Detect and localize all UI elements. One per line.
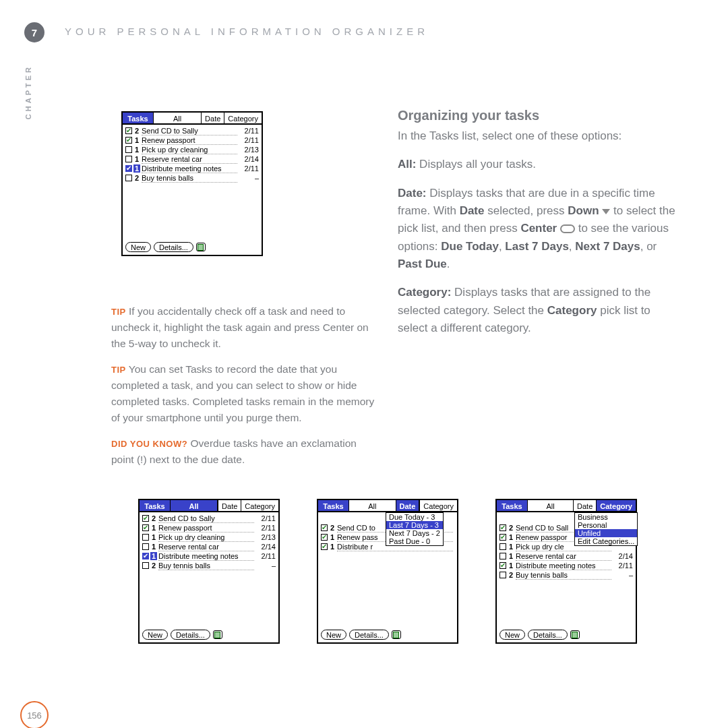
dropdown-option[interactable]: Last 7 Days - 3 [386,521,443,529]
task-checkbox[interactable] [321,524,328,531]
tab-date[interactable]: Date [202,113,224,123]
down-icon [602,209,610,214]
task-row[interactable]: 1Reserve rental car2/14 [125,154,259,164]
task-row[interactable]: 1Pick up dry cleaning2/13 [142,533,276,542]
dropdown-option[interactable]: Business [575,513,637,521]
task-checkbox[interactable] [142,553,149,559]
new-button[interactable]: New [142,630,168,640]
tab-tasks[interactable]: Tasks [497,500,528,511]
tab-date[interactable]: Date [396,500,421,511]
task-checkbox[interactable] [125,146,132,153]
tab-all[interactable]: All [349,500,396,511]
tab-tasks[interactable]: Tasks [123,113,154,123]
note-icon[interactable] [196,243,206,251]
intro-text: In the Tasks list, select one of these o… [398,127,681,145]
task-row[interactable]: 1Distribute meeting notes2/11 [499,561,633,570]
details-button[interactable]: Details... [528,630,568,640]
new-button[interactable]: New [125,242,151,252]
task-checkbox[interactable] [499,553,506,559]
task-row[interactable]: 2Buy tennis balls– [125,173,259,183]
task-checkbox[interactable] [499,572,506,578]
dropdown-option[interactable]: Edit Categories... [575,537,637,545]
tasks-screenshot-all-2: Tasks All Date Category 2Send CD to Sall… [138,499,280,644]
task-checkbox[interactable] [321,543,328,550]
details-button[interactable]: Details... [171,630,210,640]
tab-category[interactable]: Category [241,500,278,511]
task-row[interactable]: 2Send CD to Sally2/11 [125,126,259,135]
tab-category[interactable]: Category [597,500,636,511]
task-checkbox[interactable] [125,156,132,162]
task-date: 2/11 [613,562,633,570]
task-date: – [613,571,633,579]
task-row[interactable]: 1Reserve rental car2/14 [499,551,633,561]
task-checkbox[interactable] [499,543,506,550]
dropdown-option[interactable]: Unfiled [575,529,637,537]
task-date: 2/13 [239,146,259,154]
task-date: 2/11 [255,552,276,560]
task-checkbox[interactable] [142,562,149,569]
task-priority: 2 [508,524,514,532]
task-row[interactable]: 1Distribute meeting notes2/11 [142,551,276,561]
new-button[interactable]: New [499,630,525,640]
details-button[interactable]: Details... [349,630,389,640]
task-priority: 1 [150,552,157,560]
task-checkbox[interactable] [142,534,149,541]
tab-tasks[interactable]: Tasks [140,500,171,511]
tab-date[interactable]: Date [574,500,597,511]
task-row[interactable]: 1Distribute meeting notes2/11 [125,164,259,173]
task-row[interactable]: 1Renew passport2/11 [142,523,276,533]
task-checkbox[interactable] [125,137,132,144]
task-row[interactable]: 2Send CD to Sally2/11 [142,514,276,523]
tab-all[interactable]: All [528,500,574,511]
task-priority: 1 [329,543,336,551]
task-row[interactable]: 2Buy tennis balls– [499,570,633,580]
task-text: Reserve rental car [516,552,611,561]
task-checkbox[interactable] [499,562,506,569]
category-filter-dropdown[interactable]: BusinessPersonalUnfiledEdit Categories..… [574,512,638,546]
tab-date[interactable]: Date [218,500,241,511]
task-checkbox[interactable] [125,175,132,181]
task-checkbox[interactable] [125,165,132,172]
task-priority: 1 [508,562,514,570]
new-button[interactable]: New [321,630,346,640]
dropdown-option[interactable]: Due Today - 3 [386,513,443,521]
task-priority: 2 [329,524,336,532]
task-checkbox[interactable] [142,543,149,550]
dropdown-option[interactable]: Personal [575,521,637,529]
page-number: 156 [20,701,49,728]
task-checkbox[interactable] [142,524,149,531]
task-text: Buy tennis balls [158,562,254,570]
tip-2: TIP You can set Tasks to record the date… [111,361,381,426]
tab-category[interactable]: Category [420,500,457,511]
details-button[interactable]: Details... [154,242,193,252]
tip-1: TIP If you accidentally check off a task… [111,303,381,352]
task-row[interactable]: 1Reserve rental car2/14 [142,542,276,551]
tab-all[interactable]: All [171,500,218,511]
task-date: 2/14 [255,543,276,551]
date-filter-dropdown[interactable]: Due Today - 3Last 7 Days - 3Next 7 Days … [386,512,444,546]
task-checkbox[interactable] [499,534,506,541]
task-checkbox[interactable] [125,127,132,134]
task-row[interactable]: 2Buy tennis balls– [142,561,276,570]
option-category: Category: Displays tasks that are assign… [398,284,681,337]
task-row[interactable]: 1Pick up dry cleaning2/13 [125,145,259,154]
task-priority: 1 [329,533,336,541]
task-text: Distribute meeting notes [142,164,237,173]
task-row[interactable]: 1Renew passport2/11 [125,135,259,145]
dropdown-option[interactable]: Past Due - 0 [386,537,443,545]
note-icon[interactable] [392,630,401,639]
task-checkbox[interactable] [142,515,149,522]
task-priority: 1 [508,543,514,551]
note-icon[interactable] [213,630,222,639]
chapter-side-label: CHAPTER [24,65,32,119]
tab-tasks[interactable]: Tasks [318,500,349,511]
task-date: 2/11 [255,524,276,532]
task-priority: 1 [150,533,157,541]
dropdown-option[interactable]: Next 7 Days - 2 [386,529,443,537]
task-priority: 2 [150,514,157,522]
tab-all[interactable]: All [154,113,202,123]
task-checkbox[interactable] [321,534,328,541]
note-icon[interactable] [570,630,580,639]
tab-category[interactable]: Category [224,113,262,123]
task-checkbox[interactable] [499,524,506,531]
